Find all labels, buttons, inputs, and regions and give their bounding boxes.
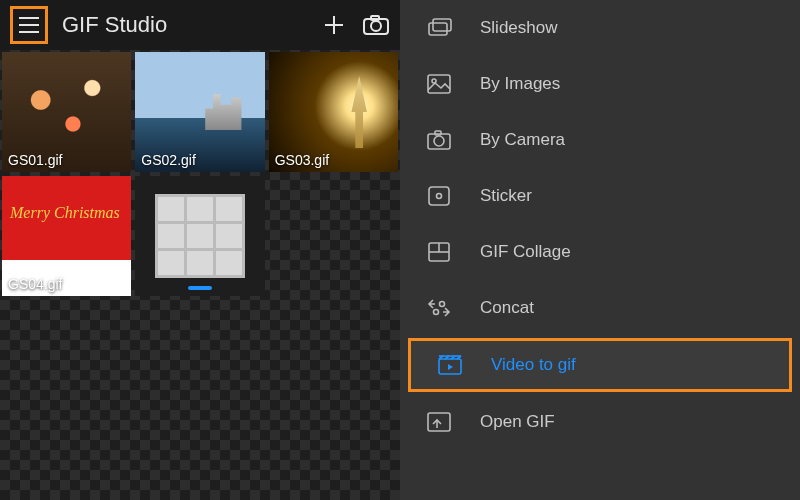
thumbnail[interactable]: GS03.gif xyxy=(269,52,398,172)
thumbnail-filename: GS02.gif xyxy=(141,152,195,168)
thumbnail-filename: GS04.gif xyxy=(8,276,62,292)
svg-rect-14 xyxy=(435,131,441,135)
progress-indicator xyxy=(188,286,212,290)
svg-rect-8 xyxy=(429,23,447,35)
svg-rect-15 xyxy=(429,187,449,205)
menu-item-label: By Camera xyxy=(480,130,565,150)
thumbnail-image xyxy=(135,176,264,296)
svg-rect-10 xyxy=(428,75,450,93)
menu-item-label: By Images xyxy=(480,74,560,94)
menu-item-label: Open GIF xyxy=(480,412,555,432)
menu-item-by-images[interactable]: By Images xyxy=(400,56,800,112)
app-title: GIF Studio xyxy=(62,12,306,38)
svg-point-20 xyxy=(440,302,445,307)
thumbnail-grid: GS01.gif GS02.gif GS03.gif Merry Christm… xyxy=(0,50,400,500)
sticker-icon xyxy=(426,185,452,207)
svg-point-16 xyxy=(437,194,442,199)
camera-icon xyxy=(426,129,452,151)
hamburger-icon xyxy=(18,16,40,34)
menu-item-by-camera[interactable]: By Camera xyxy=(400,112,800,168)
menu-item-label: Concat xyxy=(480,298,534,318)
svg-marker-28 xyxy=(448,364,453,370)
svg-point-6 xyxy=(371,21,381,31)
thumbnail-filename: GS03.gif xyxy=(275,152,329,168)
menu-item-label: Video to gif xyxy=(491,355,576,375)
thumbnail[interactable]: GS02.gif xyxy=(135,52,264,172)
thumbnail-filename: GS01.gif xyxy=(8,152,62,168)
gallery-panel: GIF Studio GS01.gif GS02.gif GS03.gif xyxy=(0,0,400,500)
app-header: GIF Studio xyxy=(0,0,400,50)
menu-item-label: Sticker xyxy=(480,186,532,206)
thumbnail[interactable] xyxy=(135,176,264,296)
slideshow-icon xyxy=(426,17,452,39)
menu-item-open-gif[interactable]: Open GIF xyxy=(400,394,800,450)
plus-icon xyxy=(322,13,346,37)
menu-item-gif-collage[interactable]: GIF Collage xyxy=(400,224,800,280)
hamburger-menu-button[interactable] xyxy=(10,6,48,44)
menu-item-label: GIF Collage xyxy=(480,242,571,262)
svg-point-21 xyxy=(434,310,439,315)
concat-icon xyxy=(426,297,452,319)
thumbnail[interactable]: Merry Christmas GS04.gif xyxy=(2,176,131,296)
menu-item-sticker[interactable]: Sticker xyxy=(400,168,800,224)
menu-item-video-to-gif[interactable]: Video to gif xyxy=(411,341,789,389)
thumbnail-overlay-text: Merry Christmas xyxy=(10,204,120,222)
create-menu-panel: Slideshow By Images By Camera Sticker GI… xyxy=(400,0,800,500)
menu-item-concat[interactable]: Concat xyxy=(400,280,800,336)
collage-preview-icon xyxy=(155,194,246,278)
camera-button[interactable] xyxy=(362,11,390,39)
video-icon xyxy=(437,354,463,376)
svg-rect-9 xyxy=(433,19,451,31)
highlighted-menu-item: Video to gif xyxy=(408,338,792,392)
collage-icon xyxy=(426,241,452,263)
menu-item-label: Slideshow xyxy=(480,18,558,38)
open-icon xyxy=(426,411,452,433)
images-icon xyxy=(426,73,452,95)
menu-item-slideshow[interactable]: Slideshow xyxy=(400,0,800,56)
svg-point-13 xyxy=(434,136,444,146)
camera-icon xyxy=(363,14,389,36)
thumbnail[interactable]: GS01.gif xyxy=(2,52,131,172)
add-button[interactable] xyxy=(320,11,348,39)
